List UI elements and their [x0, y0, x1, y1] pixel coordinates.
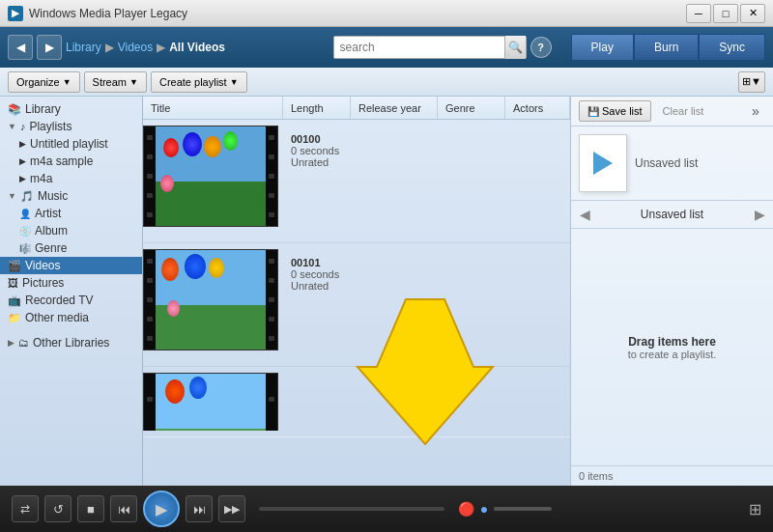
col-length[interactable]: Length [283, 97, 351, 119]
organize-button[interactable]: Organize ▼ [8, 71, 80, 93]
video-thumbnail [143, 126, 283, 237]
action-bar: Organize ▼ Stream ▼ Create playlist ▼ ⊞▼ [0, 68, 773, 97]
sidebar-item-playlists[interactable]: ▼ ♪ Playlists [0, 118, 142, 135]
video-metadata: 00100 0 seconds Unrated [283, 126, 347, 176]
back-button[interactable]: ◀ [8, 35, 33, 60]
breadcrumb-current: All Videos [169, 41, 225, 54]
prev-button[interactable]: ⏮ [110, 495, 137, 522]
shuffle-button[interactable]: ⇄ [12, 495, 39, 522]
sidebar-item-library[interactable]: 📚 Library [0, 100, 142, 118]
sidebar-item-album[interactable]: 💿 Album [0, 222, 142, 239]
search-button[interactable]: 🔍 [504, 36, 525, 59]
sidebar-item-untitled-playlist[interactable]: ▶ Untitled playlist [0, 135, 142, 153]
top-toolbar: ◀ ▶ Library ▶ Videos ▶ All Videos 🔍 ? Pl… [0, 27, 773, 68]
sidebar-item-genre[interactable]: 🎼 Genre [0, 239, 142, 257]
breadcrumb-videos[interactable]: Videos [118, 41, 153, 54]
unsaved-list-icon [579, 134, 627, 192]
content-area: Title Length Release year Genre Actors [143, 97, 570, 486]
right-panel-footer: 0 items [571, 465, 773, 486]
next-button[interactable]: ⏭ [186, 495, 213, 522]
transport-bar: ⇄ ↺ ■ ⏮ ▶ ⏭ ▶▶ 🔴 ● ⊞ [0, 486, 773, 532]
burn-tab-button[interactable]: Burn [634, 34, 699, 61]
main-layout: 📚 Library ▼ ♪ Playlists ▶ Untitled playl… [0, 97, 773, 486]
col-title[interactable]: Title [143, 97, 283, 119]
maximize-button[interactable]: □ [713, 4, 738, 23]
view-options-button[interactable]: ⊞▼ [738, 71, 765, 93]
sidebar-item-recorded-tv[interactable]: 📺 Recorded TV [0, 292, 142, 309]
app-title: Windows Media Player Legacy [29, 7, 187, 20]
stream-button[interactable]: Stream ▼ [84, 71, 147, 93]
video-thumbnail [143, 249, 283, 360]
nav-next-button[interactable]: ▶ [750, 205, 769, 224]
volume-slider[interactable] [494, 507, 552, 511]
video-list: 00100 0 seconds Unrated [143, 120, 570, 486]
search-box[interactable]: 🔍 [333, 36, 527, 59]
video-metadata: 00101 0 seconds Unrated [283, 249, 347, 299]
video-item[interactable]: 00101 0 seconds Unrated [143, 243, 570, 367]
breadcrumb-library[interactable]: Library [66, 41, 101, 54]
minimize-button[interactable]: ─ [686, 4, 711, 23]
mute-button[interactable]: 🔴 [458, 501, 474, 517]
play-button[interactable]: ▶ [143, 490, 180, 527]
close-button[interactable]: ✕ [740, 4, 765, 23]
clear-list-button[interactable]: Clear list [655, 100, 712, 122]
col-genre[interactable]: Genre [438, 97, 505, 119]
sidebar-item-m4a-sample[interactable]: ▶ m4a sample [0, 153, 142, 170]
sidebar-item-artist[interactable]: 👤 Artist [0, 205, 142, 222]
stop-button[interactable]: ■ [77, 495, 104, 522]
sidebar-item-videos[interactable]: 🎬 Videos [0, 257, 142, 274]
right-panel-nav: ◀ Unsaved list ▶ [571, 201, 773, 229]
col-actors[interactable]: Actors [505, 97, 570, 119]
help-button[interactable]: ? [530, 37, 552, 58]
forward-button[interactable]: ▶ [37, 35, 62, 60]
sidebar-item-other-media[interactable]: 📁 Other media [0, 309, 142, 326]
sidebar-item-pictures[interactable]: 🖼 Pictures [0, 274, 142, 292]
breadcrumb: Library ▶ Videos ▶ All Videos [66, 41, 225, 54]
unsaved-list-label: Unsaved list [635, 156, 698, 170]
nav-prev-button[interactable]: ◀ [575, 205, 594, 224]
video-thumbnail [143, 373, 283, 431]
sidebar-item-music[interactable]: ▼ 🎵 Music [0, 187, 142, 205]
sidebar-item-m4a[interactable]: ▶ m4a [0, 170, 142, 187]
expand-panel-button[interactable]: » [746, 101, 765, 121]
search-input[interactable] [334, 37, 505, 58]
video-item[interactable]: 00100 0 seconds Unrated [143, 120, 570, 243]
title-bar: ▶ Windows Media Player Legacy ─ □ ✕ [0, 0, 773, 27]
video-item[interactable] [143, 367, 570, 437]
progress-bar[interactable] [259, 507, 444, 511]
sync-tab-button[interactable]: Sync [699, 34, 765, 61]
app-icon: ▶ [8, 6, 23, 21]
grid-view-button[interactable]: ⊞ [749, 500, 761, 518]
fast-forward-button[interactable]: ▶▶ [218, 495, 245, 522]
save-list-button[interactable]: 💾 Save list [579, 100, 651, 122]
column-headers: Title Length Release year Genre Actors [143, 97, 570, 120]
tab-buttons: Play Burn Sync [571, 34, 765, 61]
repeat-button[interactable]: ↺ [44, 495, 72, 522]
col-release-year[interactable]: Release year [351, 97, 438, 119]
unsaved-list-section: Unsaved list [571, 126, 773, 201]
right-panel-header: 💾 Save list Clear list » [571, 97, 773, 126]
create-playlist-button[interactable]: Create playlist ▼ [151, 71, 247, 93]
play-tab-button[interactable]: Play [571, 34, 634, 61]
right-panel: 💾 Save list Clear list » Unsaved list ◀ … [570, 97, 773, 486]
volume-icon: ● [480, 501, 488, 517]
sidebar-item-other-libraries[interactable]: ▶ 🗂 Other Libraries [0, 334, 142, 351]
right-panel-drop-zone: Drag items here to create a playlist. [571, 229, 773, 465]
sidebar: 📚 Library ▼ ♪ Playlists ▶ Untitled playl… [0, 97, 143, 486]
